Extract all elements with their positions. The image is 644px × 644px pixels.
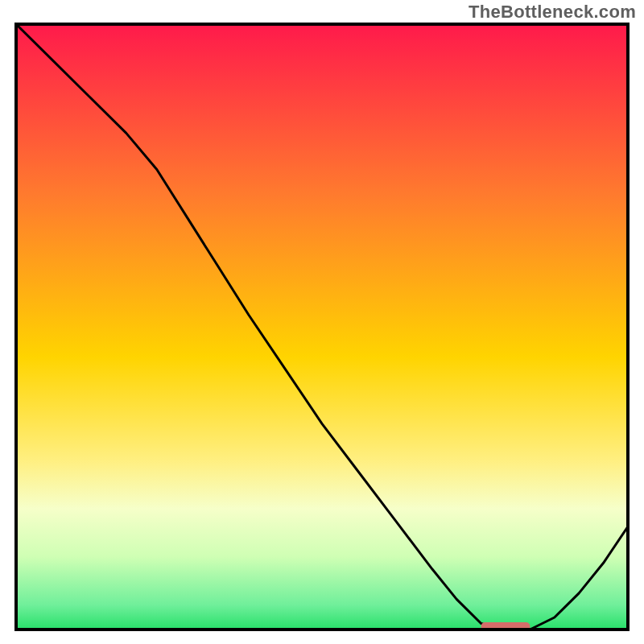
watermark-text: TheBottleneck.com — [469, 2, 636, 23]
bottleneck-chart — [0, 0, 644, 644]
chart-stage: TheBottleneck.com — [0, 0, 644, 644]
plot-area — [16, 24, 628, 631]
